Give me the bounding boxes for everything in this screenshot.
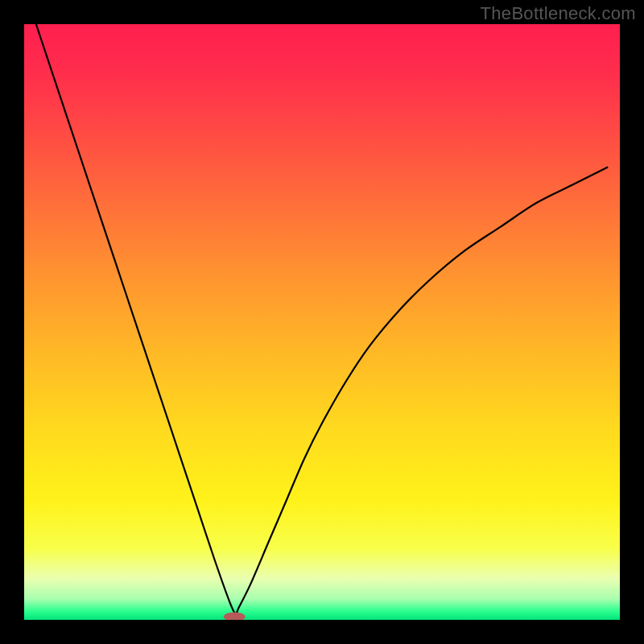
gradient-background bbox=[24, 24, 620, 620]
chart-frame: TheBottleneck.com bbox=[0, 0, 644, 644]
chart-svg bbox=[24, 24, 620, 620]
plot-area bbox=[24, 24, 620, 620]
watermark-text: TheBottleneck.com bbox=[481, 3, 636, 24]
